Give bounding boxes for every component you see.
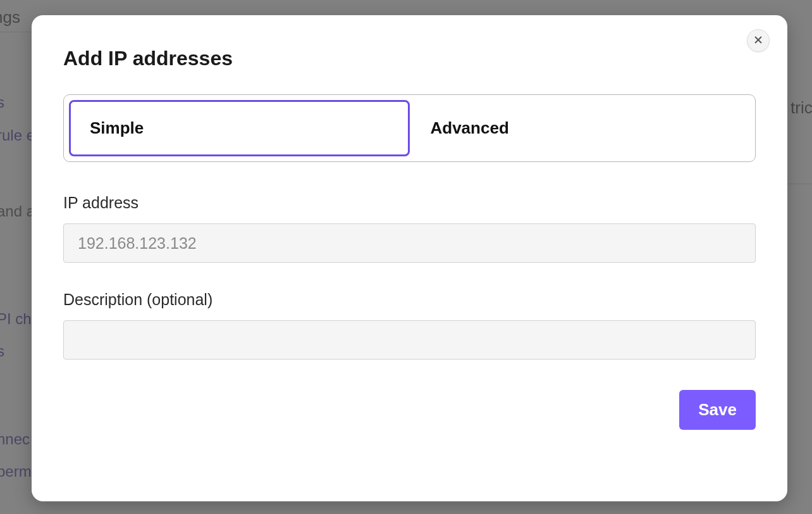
ip-address-field-group: IP address	[63, 194, 756, 263]
description-label: Description (optional)	[63, 291, 756, 309]
close-icon	[753, 35, 763, 47]
save-button[interactable]: Save	[679, 390, 756, 430]
tab-advanced[interactable]: Advanced	[410, 100, 751, 156]
tab-simple[interactable]: Simple	[69, 100, 410, 156]
add-ip-modal: Add IP addresses Simple Advanced IP addr…	[32, 15, 787, 501]
description-input[interactable]	[63, 320, 756, 360]
modal-title: Add IP addresses	[63, 47, 756, 70]
modal-actions: Save	[63, 390, 756, 430]
ip-address-input[interactable]	[63, 223, 756, 263]
close-button[interactable]	[747, 29, 770, 52]
mode-tabs: Simple Advanced	[63, 94, 756, 162]
description-field-group: Description (optional)	[63, 291, 756, 360]
ip-address-label: IP address	[63, 194, 756, 212]
